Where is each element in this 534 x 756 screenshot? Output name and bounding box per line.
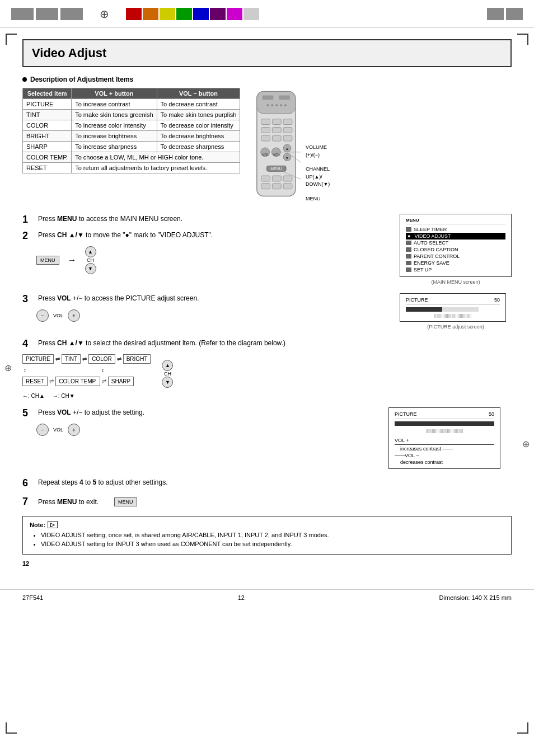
svg-rect-17 <box>283 135 292 141</box>
item-tint-minus: To make skin tones purplish <box>157 110 240 120</box>
item-color: COLOR <box>23 120 72 131</box>
menu-closed-label: CLOSED CAPTION <box>414 247 458 252</box>
nav-diagram: PICTURE ⇌ TINT ⇌ COLOR ⇌ BRIGHT ↕ ↕ <box>22 354 512 399</box>
step-5-inner: 5 Press VOL +/− to adjust the setting. <box>22 407 377 419</box>
svg-rect-11 <box>283 119 292 125</box>
swatch-blue <box>193 8 209 20</box>
svg-rect-12 <box>261 127 270 133</box>
menu-item-setup: SET UP <box>406 266 505 273</box>
menu-icon-6 <box>406 267 411 272</box>
item-picture-minus: To decrease contrast <box>157 99 240 110</box>
note-box: Note: ▷ VIDEO ADJUST setting, once set, … <box>22 516 512 555</box>
menu-icon-2 <box>406 241 411 245</box>
item-bright-minus: To decrease brightness <box>157 131 240 142</box>
vol-plus-label: VOL + <box>395 438 494 443</box>
vol-minus-btn-5: − <box>36 424 49 436</box>
col-header-vol-minus: VOL − button <box>157 88 240 99</box>
menu-setup-label: SET UP <box>414 267 432 273</box>
vol-label-step3: VOL <box>53 313 63 318</box>
svg-rect-15 <box>261 135 270 141</box>
top-bar: ⊕ <box>0 0 534 28</box>
menu-sleep-label: SLEEP TIMER <box>414 227 447 232</box>
swatch-orange <box>143 8 158 20</box>
item-bright: BRIGHT <box>23 131 72 142</box>
vol-plus-btn-5: + <box>68 424 80 436</box>
gray-block-1 <box>11 8 34 20</box>
svg-rect-1 <box>257 91 296 113</box>
item-reset-desc: To return all adjustments to factory pre… <box>72 163 240 173</box>
ch-down-diagram: ▼ <box>162 377 173 388</box>
picture-screen: PICTURE 50 |||||||||||||||||||||||||||||… <box>400 293 506 322</box>
svg-rect-10 <box>273 119 282 125</box>
step-1-row: 1 Press MENU to access the MAIN MENU scr… <box>22 214 388 226</box>
step-2-num: 2 <box>22 230 34 242</box>
top-bar-right <box>487 8 523 20</box>
contrast-screen-container: PICTURE 50 |||||||||||||||||||||||||||||… <box>388 407 512 469</box>
diagram-top-row: PICTURE ⇌ TINT ⇌ COLOR ⇌ BRIGHT <box>22 354 151 364</box>
step-1-num: 1 <box>22 214 34 226</box>
swatch-green <box>176 8 192 20</box>
steps-1-2-text: 1 Press MENU to access the MAIN MENU scr… <box>22 214 388 274</box>
picture-value: 50 <box>494 297 500 303</box>
step-7-menu-btn: MENU <box>114 497 137 506</box>
table-row: COLOR To increase color intensity To dec… <box>23 120 240 131</box>
adjustment-table-container: Selected item VOL + button VOL − button … <box>22 88 240 203</box>
d-box-tint: TINT <box>62 354 81 364</box>
step-3-row: 3 Press VOL +/− to access the PICTURE ad… <box>22 293 512 330</box>
d-arrow-3: ⇌ <box>117 356 121 362</box>
step-4-row: 4 Press CH ▲/▼ to select the desired adj… <box>22 338 512 399</box>
d-arrow-4: ⇌ <box>49 378 54 384</box>
remote-container: VOL VOL ▲ ▼ MENU VOLUME (+)/(−) CHANNEL … <box>251 88 330 203</box>
svg-point-4 <box>267 104 269 106</box>
contrast-screen: PICTURE 50 |||||||||||||||||||||||||||||… <box>388 407 500 469</box>
d-box-reset: RESET <box>22 377 48 386</box>
menu-item-auto: AUTO SELECT <box>406 240 505 246</box>
svg-rect-26 <box>261 184 270 189</box>
table-row: COLOR TEMP. To choose a LOW, ML, MH or H… <box>23 152 240 163</box>
page-num-content: 12 <box>22 560 512 567</box>
page-title: Video Adjust <box>32 46 502 60</box>
svg-rect-9 <box>261 119 270 125</box>
picture-screen-container: PICTURE 50 |||||||||||||||||||||||||||||… <box>400 293 512 330</box>
step-4-text: Press CH ▲/▼ to select the desired adjus… <box>38 338 285 350</box>
d-box-bright: BRIGHT <box>123 354 151 364</box>
ch-up-button: ▲ <box>85 246 96 257</box>
step-6-text: Repeat steps 4 to 5 to adjust other sett… <box>38 477 168 489</box>
section-title: Description of Adjustment Items <box>30 76 133 83</box>
svg-rect-27 <box>273 184 282 189</box>
menu-item-energy: ENERGY SAVE <box>406 260 505 266</box>
table-row: PICTURE To increase contrast To decrease… <box>23 99 240 110</box>
diagram-legend: ←: CH▲ →: CH▼ <box>22 393 151 399</box>
picture-label: PICTURE <box>406 297 428 303</box>
item-sharp-plus: To increase sharpness <box>72 142 157 152</box>
item-sharp-minus: To decrease sharpness <box>157 142 240 152</box>
swatch-magenta <box>227 8 242 20</box>
diagram-left: PICTURE ⇌ TINT ⇌ COLOR ⇌ BRIGHT ↕ ↕ <box>22 354 151 399</box>
step-7-num: 7 <box>22 496 34 508</box>
arrow-right-1: → <box>68 255 77 265</box>
svg-text:▲: ▲ <box>285 147 289 151</box>
step-5-content: 5 Press VOL +/− to adjust the setting. −… <box>22 407 377 436</box>
item-picture: PICTURE <box>23 99 72 110</box>
steps-1-2-controls: MENU → ▲ CH ▼ <box>36 246 388 274</box>
swatch-yellow <box>160 8 175 20</box>
menu-button-diagram: MENU <box>36 256 59 265</box>
main-menu-screen: MENU SLEEP TIMER ● VIDEO ADJUST AUTO SEL… <box>400 214 512 277</box>
note-title: Note: ▷ <box>30 521 504 528</box>
item-tint-plus: To make skin tones greenish <box>72 110 157 120</box>
item-picture-plus: To increase contrast <box>72 99 157 110</box>
svg-text:▼: ▼ <box>285 156 289 160</box>
adjustment-table: Selected item VOL + button VOL − button … <box>22 88 240 173</box>
decreases-contrast-label: decreases contrast <box>395 459 494 465</box>
step-6-num: 6 <box>22 477 34 489</box>
contrast-header: PICTURE 50 <box>395 411 494 419</box>
step-2-text: Press CH ▲/▼ to move the "●" mark to "VI… <box>38 230 213 242</box>
model-number: 27F541 <box>22 594 43 601</box>
step-1-text: Press MENU to access the MAIN MENU scree… <box>38 214 182 226</box>
step-4-inner: 4 Press CH ▲/▼ to select the desired adj… <box>22 338 512 350</box>
table-row: SHARP To increase sharpness To decrease … <box>23 142 240 152</box>
remote-channel-label: CHANNEL UP(▲)/ DOWN(▼) <box>306 166 330 189</box>
main-content: Video Adjust Description of Adjustment I… <box>0 28 534 578</box>
vol-minus-label: ——VOL − <box>395 453 494 458</box>
svg-rect-14 <box>283 127 292 133</box>
